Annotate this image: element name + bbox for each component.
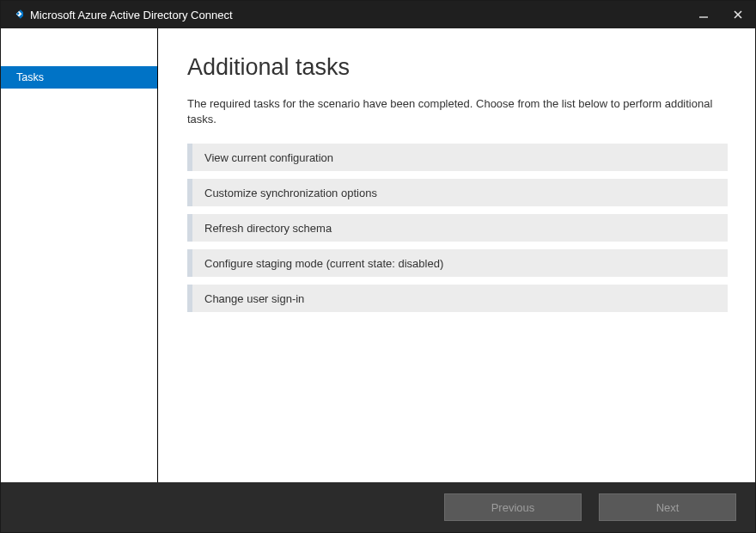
task-view-config[interactable]: View current configuration [187,144,728,171]
task-customize-sync[interactable]: Customize synchronization options [187,179,728,206]
sidebar: Tasks [1,28,158,482]
window-controls [686,1,755,28]
close-button[interactable] [721,1,755,28]
button-label: Next [656,501,680,514]
task-accent [187,249,192,277]
sidebar-item-label: Tasks [16,71,44,83]
task-accent [187,144,192,171]
sidebar-item-tasks[interactable]: Tasks [1,66,157,89]
task-label: Configure staging mode (current state: d… [204,257,443,270]
next-button[interactable]: Next [599,493,736,521]
body: Tasks Additional tasks The required task… [1,28,755,482]
task-label: Customize synchronization options [204,187,377,199]
task-label: Change user sign-in [204,292,304,305]
task-change-signin[interactable]: Change user sign-in [187,285,728,312]
task-refresh-schema[interactable]: Refresh directory schema [187,214,728,242]
intro-text: The required tasks for the scenario have… [187,96,728,126]
task-configure-staging[interactable]: Configure staging mode (current state: d… [187,249,728,277]
app-icon [8,7,23,22]
task-accent [187,285,192,312]
main-panel: Additional tasks The required tasks for … [158,28,755,482]
page-title: Additional tasks [187,54,728,81]
footer: Previous Next [1,482,755,532]
titlebar-title: Microsoft Azure Active Directory Connect [30,9,686,21]
titlebar: Microsoft Azure Active Directory Connect [1,1,755,28]
minimize-button[interactable] [686,1,721,28]
app-window: Microsoft Azure Active Directory Connect… [0,0,756,533]
button-label: Previous [491,501,535,514]
task-accent [187,214,192,242]
task-accent [187,179,192,206]
task-label: Refresh directory schema [204,222,332,235]
task-label: View current configuration [204,151,333,164]
task-list: View current configuration Customize syn… [187,144,728,312]
previous-button[interactable]: Previous [444,493,582,521]
